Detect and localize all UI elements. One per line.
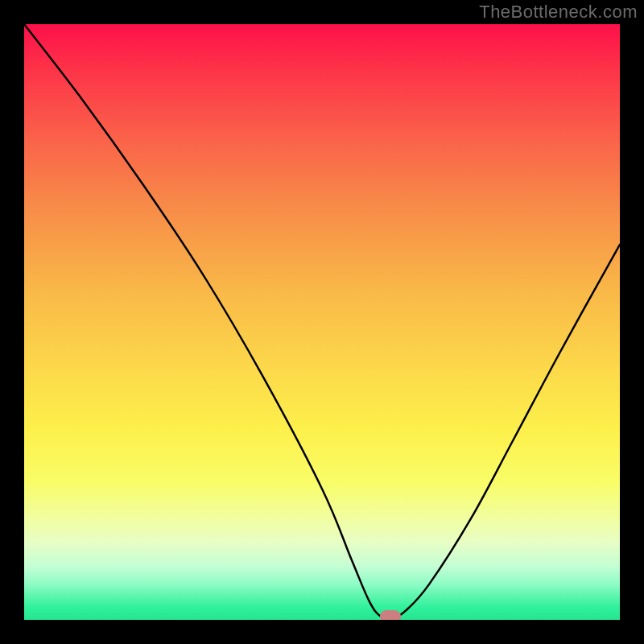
- plot-area: [24, 24, 620, 620]
- chart-container: TheBottleneck.com: [0, 0, 644, 644]
- curve-layer: [24, 24, 620, 620]
- bottleneck-curve: [24, 24, 620, 618]
- watermark-label: TheBottleneck.com: [479, 2, 638, 23]
- optimal-marker: [380, 610, 401, 620]
